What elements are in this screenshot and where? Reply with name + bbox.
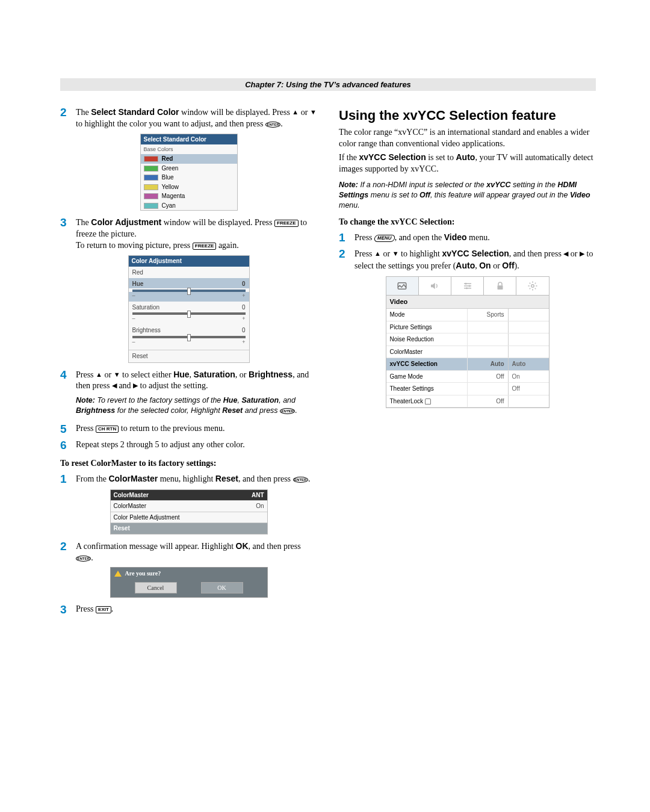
plus-icon: + [242,315,245,322]
right-column: Using the xvYCC Selection feature The co… [339,107,596,620]
step-body: The Select Standard Color window will be… [76,107,317,130]
cell: ColorMaster [111,501,228,512]
menu-row-value: Off [467,395,508,408]
color-row-blue[interactable]: Blue [141,173,237,182]
row-saturation[interactable]: Saturation0 [129,302,249,312]
confirm-buttons: Cancel OK [111,580,267,598]
text: to select either [120,370,174,379]
menu-row[interactable]: Theater SettingsOff [386,383,549,395]
color-adjustment-figure: Color Adjustment Red Hue0 –+ Saturation0… [60,255,317,362]
slider-thumb[interactable] [187,311,191,318]
step-body: The Color Adjustment window will be disp… [76,217,317,252]
up-arrow-icon: ▲ [374,250,381,257]
menu-row[interactable]: ColorMaster [386,346,549,359]
freeze-button-icon: FREEZE [193,243,217,250]
reset-step-3: 3 Press EXIT. [60,604,317,616]
menu-row-value: Off [467,371,508,383]
step-4: 4 Press ▲ or ▼ to select either Hue, Sat… [60,369,317,420]
step-3: 3 The Color Adjustment window will be di… [60,217,317,252]
menu-row-value: Sports [467,309,508,321]
bold-text: Hue [223,396,238,404]
text: again. [216,241,238,250]
tab-settings[interactable] [451,277,484,295]
text: . [295,406,297,415]
menu-row[interactable]: TheaterLockOff [386,395,549,408]
text: , and open the [395,233,444,242]
cancel-button[interactable]: Cancel [135,582,177,594]
tab-setup[interactable] [516,277,548,295]
step-number: 3 [60,217,76,252]
color-row-yellow[interactable]: Yellow [141,182,237,192]
panel-title: Select Standard Color [141,134,237,145]
header-left: ColorMaster [111,490,228,501]
cm-row-reset[interactable]: Reset [111,522,267,534]
text: , or [235,370,249,379]
bold-text: Select Standard Color [91,107,179,117]
text: , this feature will appear grayed out in… [430,191,570,199]
menu-row-value: Auto [467,358,508,370]
svg-point-1 [465,283,466,285]
right-step-2: 2 Press ▲ or ▼ to highlight xvYCC Select… [339,248,596,272]
menu-row-option [508,395,549,408]
menu-row[interactable]: Noise Reduction [386,333,549,346]
text: , [190,370,194,379]
color-row-green[interactable]: Green [141,164,237,173]
menu-row[interactable]: Picture Settings [386,321,549,334]
reset-step-2: 2 A confirmation message will appear. Hi… [60,541,317,564]
cell [228,512,267,523]
warning-icon [114,571,122,577]
menu-row[interactable]: ModeSports [386,309,549,321]
table-header: ColorMaster ANT [111,490,267,501]
bold-text: OK [236,541,249,551]
text: is set to [426,153,456,162]
menu-row-option [508,346,549,358]
step-body: Press MENU, and open the Video menu. [354,232,596,244]
row-reset[interactable]: Reset [129,350,249,362]
menu-row-label: Picture Settings [386,321,467,333]
step-2: 2 The Select Standard Color window will … [60,107,317,130]
text: The [76,108,91,117]
step-number: 4 [60,369,76,420]
row-hue[interactable]: Hue0 [129,278,249,288]
confirm-message: Are you sure? [125,569,161,578]
bold-text: Hue [173,370,189,379]
text: The [76,218,91,227]
color-row-red[interactable]: Red [141,154,237,164]
hue-slider[interactable] [132,290,246,292]
step-body: Press ▲ or ▼ to select either Hue, Satur… [76,369,317,420]
tab-audio[interactable] [419,277,451,295]
swatch-green [144,166,158,172]
cell: Color Palette Adjustment [111,512,228,523]
bold-text: Saturation [194,370,235,379]
slider-thumb[interactable] [187,334,191,341]
paragraph: The color range “xvYCC” is an internatio… [339,127,596,150]
text: If the [339,153,359,162]
step-body: A confirmation message will appear. High… [76,541,317,564]
menu-row[interactable]: Game ModeOffOn [386,371,549,383]
ok-button[interactable]: OK [201,582,243,594]
cm-row-palette[interactable]: Color Palette Adjustment [111,512,267,523]
menu-row[interactable]: xvYCC SelectionAutoAuto [386,358,549,371]
bold-text: Reset [222,406,243,415]
tab-picture[interactable] [386,277,419,295]
reset-subheading: To reset ColorMaster to its factory sett… [60,458,317,470]
text: To revert to the factory settings of the [95,396,223,404]
left-column: 2 The Select Standard Color window will … [60,107,317,620]
cm-row-colormaster[interactable]: ColorMasterOn [111,500,267,512]
swatch-red [144,156,158,162]
slider-thumb[interactable] [187,288,191,295]
text: , and then press [509,249,564,258]
brightness-slider[interactable] [132,336,246,338]
tab-lock[interactable] [484,277,516,295]
up-arrow-icon: ▲ [96,371,102,378]
right-arrow-icon: ▶ [133,382,138,389]
bold-text: Auto [456,152,475,162]
color-row-magenta[interactable]: Magenta [141,191,237,201]
saturation-slider[interactable] [132,312,246,315]
cell: Reset [111,523,228,534]
video-menu-figure: Video ModeSportsPicture SettingsNoise Re… [339,276,596,408]
color-row-cyan[interactable]: Cyan [141,201,237,211]
colormaster-figure: ColorMaster ANT ColorMasterOn Color Pale… [60,489,317,535]
panel-title: Color Adjustment [129,256,249,267]
row-brightness[interactable]: Brightness0 [129,324,249,335]
